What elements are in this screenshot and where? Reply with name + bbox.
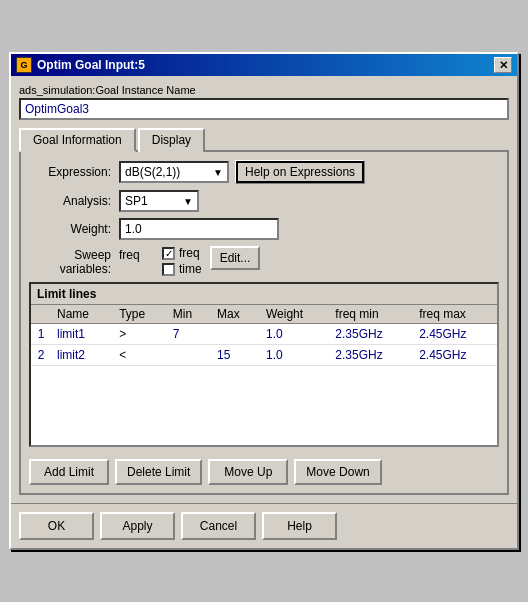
tab-bar: Goal Information Display [19,128,509,152]
weight-input[interactable] [119,218,279,240]
add-limit-button[interactable]: Add Limit [29,459,109,485]
col-name: Name [51,305,113,324]
table-row[interactable]: 2 limit2 < 15 1.0 2.35GHz 2.45GHz [31,345,497,366]
table-header-row: Name Type Min Max Weight freq min freq m… [31,305,497,324]
bottom-button-row: OK Apply Cancel Help [11,503,517,548]
time-checkbox-row: time [162,262,202,276]
instance-name-label: ads_simulation:Goal Instance Name [19,84,509,96]
help-expressions-button[interactable]: Help on Expressions [235,160,365,184]
analysis-row: Analysis: SP1 ▼ [29,190,499,212]
row2-type: < [113,345,167,366]
row2-name: limit2 [51,345,113,366]
col-freq-min: freq min [329,305,413,324]
weight-label: Weight: [29,222,119,236]
row1-max [211,324,260,345]
weight-control [119,218,499,240]
limit-table: Name Type Min Max Weight freq min freq m… [31,305,497,366]
row1-num: 1 [31,324,51,345]
col-type: Type [113,305,167,324]
analysis-select[interactable]: SP1 ▼ [119,190,199,212]
sweep-label: Sweep variables: [29,246,119,276]
analysis-control: SP1 ▼ [119,190,499,212]
move-up-button[interactable]: Move Up [208,459,288,485]
analysis-value: SP1 [125,194,148,208]
freq-checkbox[interactable] [162,247,175,260]
goal-name-input[interactable] [19,98,509,120]
limit-lines-section: Limit lines Name Type Min Max Weight fr [29,282,499,447]
col-weight: Weight [260,305,329,324]
delete-limit-button[interactable]: Delete Limit [115,459,202,485]
freq-checkbox-row: freq [162,246,202,260]
row1-freq-max: 2.45GHz [413,324,497,345]
row2-freq-min: 2.35GHz [329,345,413,366]
help-button[interactable]: Help [262,512,337,540]
weight-row: Weight: [29,218,499,240]
row1-weight: 1.0 [260,324,329,345]
expression-select[interactable]: dB(S(2,1)) ▼ [119,161,229,183]
freq-label: freq [179,246,200,260]
expression-value: dB(S(2,1)) [125,165,180,179]
col-num [31,305,51,324]
close-button[interactable]: ✕ [494,57,512,73]
limit-table-wrapper: Name Type Min Max Weight freq min freq m… [31,305,497,445]
sweep-var-value: freq [119,246,154,262]
ok-button[interactable]: OK [19,512,94,540]
title-bar-left: G Optim Goal Input:5 [16,57,145,73]
tab-goal-information[interactable]: Goal Information [19,128,136,152]
row1-type: > [113,324,167,345]
sweep-row: Sweep variables: freq freq time [29,246,499,276]
row1-min: 7 [167,324,211,345]
limit-lines-header: Limit lines [31,284,497,305]
col-freq-max: freq max [413,305,497,324]
title-bar: G Optim Goal Input:5 ✕ [11,54,517,76]
expression-row: Expression: dB(S(2,1)) ▼ Help on Express… [29,160,499,184]
window-body: ads_simulation:Goal Instance Name Goal I… [11,76,517,503]
edit-button[interactable]: Edit... [210,246,261,270]
main-window: G Optim Goal Input:5 ✕ ads_simulation:Go… [9,52,519,550]
row2-max: 15 [211,345,260,366]
time-label: time [179,262,202,276]
cancel-button[interactable]: Cancel [181,512,256,540]
analysis-label: Analysis: [29,194,119,208]
time-checkbox[interactable] [162,263,175,276]
row2-weight: 1.0 [260,345,329,366]
move-down-button[interactable]: Move Down [294,459,381,485]
analysis-arrow-icon: ▼ [183,196,193,207]
row2-num: 2 [31,345,51,366]
table-row[interactable]: 1 limit1 > 7 1.0 2.35GHz 2.45GHz [31,324,497,345]
expression-arrow-icon: ▼ [213,167,223,178]
limit-button-row: Add Limit Delete Limit Move Up Move Down [29,455,499,485]
row1-freq-min: 2.35GHz [329,324,413,345]
window-title: Optim Goal Input:5 [37,58,145,72]
tab-content: Expression: dB(S(2,1)) ▼ Help on Express… [19,152,509,495]
row2-min [167,345,211,366]
row1-name: limit1 [51,324,113,345]
window-icon: G [16,57,32,73]
checkbox-group: freq time [162,246,202,276]
expression-control: dB(S(2,1)) ▼ Help on Expressions [119,160,499,184]
col-max: Max [211,305,260,324]
apply-button[interactable]: Apply [100,512,175,540]
sweep-content: freq freq time Edit... [119,246,499,276]
tab-display[interactable]: Display [138,128,205,152]
row2-freq-max: 2.45GHz [413,345,497,366]
expression-label: Expression: [29,165,119,179]
col-min: Min [167,305,211,324]
